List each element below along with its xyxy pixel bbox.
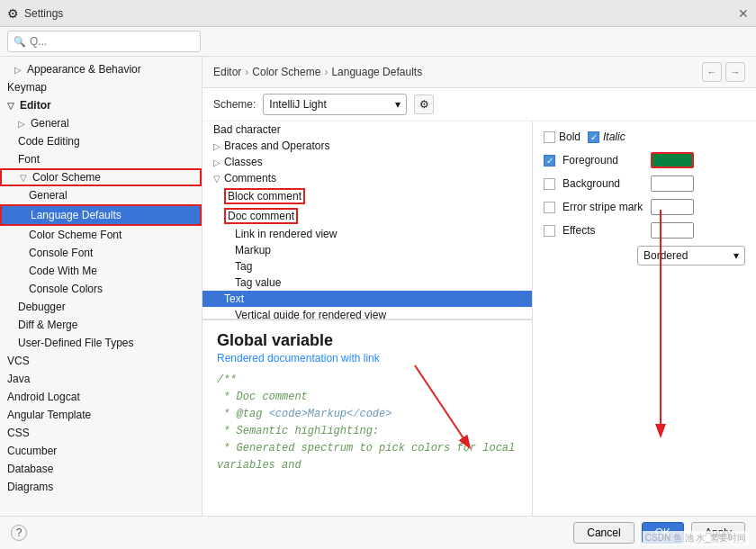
search-input[interactable] [30,35,194,48]
sidebar-item-appearance-behavior[interactable]: ▷ Appearance & Behavior [0,60,202,78]
breadcrumb: Editor › Color Scheme › Language Default… [213,66,422,78]
sidebar-label: Font [18,153,40,166]
tree-item-link-rendered[interactable]: Link in rendered view [202,226,532,242]
sidebar-item-diagrams[interactable]: Diagrams [0,478,202,496]
sidebar-item-code-editing[interactable]: Code Editing [0,132,202,150]
expand-icon: ▽ [213,174,220,184]
foreground-row: Foreground [544,152,745,168]
sidebar-label: CSS [7,427,30,439]
sidebar-label: Angular Template [7,409,91,421]
foreground-color-swatch[interactable] [651,152,694,168]
scheme-gear-button[interactable]: ⚙ [414,94,434,114]
settings-icon: ⚙ [7,6,19,21]
gear-icon: ⚙ [419,98,429,111]
right-panel: Bold Italic Foreground [533,122,756,516]
sidebar-item-cs-general[interactable]: General [0,186,202,204]
sidebar-item-general[interactable]: ▷ General [0,114,202,132]
error-stripe-color-swatch[interactable] [651,199,694,215]
sidebar-label: Console Colors [29,283,103,295]
expand-icon: ▷ [213,141,220,151]
sidebar-label: Keymap [7,81,47,94]
effects-checkbox[interactable] [544,225,555,237]
sidebar-item-code-with-me[interactable]: Code With Me [0,262,202,280]
preview-code: /** * Doc comment * @tag <code>Markup</c… [217,372,518,475]
sidebar-item-console-font[interactable]: Console Font [0,244,202,262]
expand-icon: ▷ [14,65,22,75]
sidebar-label: Color Scheme [32,171,101,184]
tree-item-braces[interactable]: ▷ Braces and Operators [202,138,532,154]
code-line-1: /** [217,372,518,389]
sidebar-item-language-defaults[interactable]: Language Defaults [0,204,202,226]
sidebar-item-css[interactable]: CSS [0,424,202,442]
tree-item-markup[interactable]: Markup [202,242,532,258]
sidebar-item-font[interactable]: Font [0,150,202,168]
cancel-button[interactable]: Cancel [573,522,634,544]
arrow-svg [616,201,756,471]
code-line-4: * Semantic highlighting: [217,423,518,440]
sidebar-item-keymap[interactable]: Keymap [0,78,202,96]
sidebar-item-color-scheme[interactable]: ▽ Color Scheme [0,168,202,186]
sidebar-item-vcs[interactable]: VCS [0,352,202,370]
help-icon[interactable]: ? [11,525,27,541]
tree-label: Text [224,292,244,305]
dialog-footer: ? Cancel OK Apply CSDN 鱼 池 水_需要时间 [0,516,756,549]
border-type-dropdown[interactable]: Bordered ▾ [637,246,745,266]
tree-item-classes[interactable]: ▷ Classes [202,154,532,170]
sidebar-item-user-defined[interactable]: User-Defined File Types [0,334,202,352]
sidebar-item-diff-merge[interactable]: Diff & Merge [0,316,202,334]
bold-checkbox[interactable] [544,131,555,143]
sidebar-label: Console Font [29,247,93,259]
tree-label: Markup [235,244,271,256]
foreground-checkbox[interactable] [544,155,555,166]
border-type-value: Bordered [644,249,688,262]
tree-item-doc-comment[interactable]: Doc comment [202,206,532,226]
tree-item-text[interactable]: Text [202,291,532,307]
tree-item-bad-char[interactable]: Bad character [202,122,532,138]
back-button[interactable]: ← [702,62,722,82]
dropdown-arrow-icon: ▾ [395,98,400,111]
error-stripe-label: Error stripe mark [562,201,644,213]
tree-item-tag[interactable]: Tag [202,258,532,274]
search-icon: 🔍 [14,36,26,48]
tree-item-tag-value[interactable]: Tag value [202,274,532,291]
search-box[interactable]: 🔍 [7,31,201,52]
main-content: Editor › Color Scheme › Language Default… [202,57,756,516]
tree-item-comments[interactable]: ▽ Comments [202,170,532,186]
sidebar-label: Language Defaults [31,209,122,221]
tree-item-vertical-guide[interactable]: Vertical guide for rendered view [202,307,532,320]
expand-icon: ▷ [18,119,25,129]
sidebar-item-color-scheme-font[interactable]: Color Scheme Font [0,226,202,244]
sidebar-item-console-colors[interactable]: Console Colors [0,280,202,298]
tree-label: Link in rendered view [235,228,337,240]
dropdown-arrow-icon: ▾ [734,249,739,262]
effects-color-swatch[interactable] [651,222,694,238]
sidebar-item-editor[interactable]: ▽ Editor [0,96,202,114]
effects-label: Effects [562,224,644,237]
sidebar-label: User-Defined File Types [18,337,134,349]
sidebar-item-cucumber[interactable]: Cucumber [0,442,202,460]
sidebar-item-android-logcat[interactable]: Android Logcat [0,388,202,406]
bold-check-row: Bold [544,130,580,143]
scheme-bar: Scheme: IntelliJ Light ▾ ⚙ [202,88,756,122]
bold-label: Bold [559,130,580,143]
italic-checkbox[interactable] [588,131,599,143]
expand-icon: ▽ [20,173,27,183]
italic-label: Italic [603,130,626,143]
sidebar-label: Database [7,463,53,475]
forward-button[interactable]: → [725,62,745,82]
scheme-label: Scheme: [213,98,256,111]
error-stripe-checkbox[interactable] [544,202,555,213]
tree-label: Tag [235,260,252,273]
background-checkbox[interactable] [544,178,555,190]
close-button[interactable]: ✕ [738,6,749,21]
settings-dialog: 🔍 ▷ Appearance & Behavior Keymap ▽ Edito… [0,27,756,549]
background-color-swatch[interactable] [651,176,694,192]
sidebar-label: Diff & Merge [18,319,77,331]
sidebar-item-database[interactable]: Database [0,460,202,478]
tree-item-block-comment[interactable]: Block comment [202,186,532,206]
sidebar-label: Color Scheme Font [29,229,122,241]
sidebar-item-angular-template[interactable]: Angular Template [0,406,202,424]
scheme-dropdown[interactable]: IntelliJ Light ▾ [263,94,407,115]
sidebar-item-java[interactable]: Java [0,370,202,388]
sidebar-item-debugger[interactable]: Debugger [0,298,202,316]
